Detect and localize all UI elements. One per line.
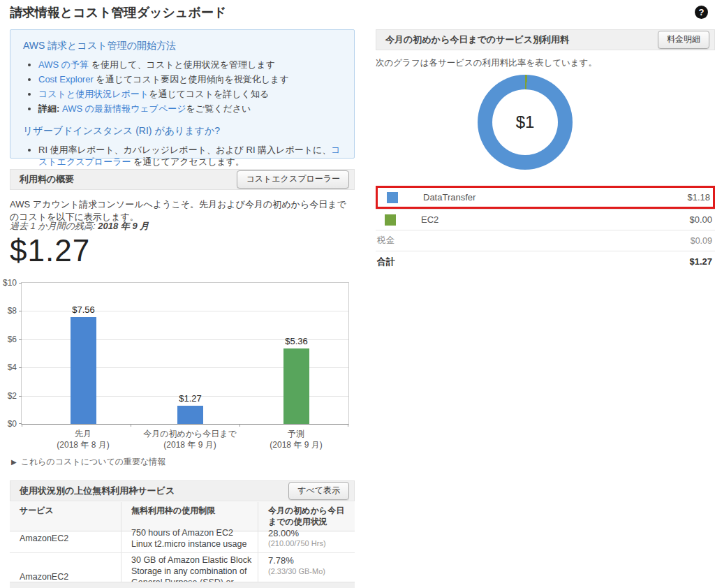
cost-explorer-link[interactable]: Cost Explorer (38, 74, 94, 84)
gridline (22, 311, 348, 311)
datatransfer-swatch-icon (387, 192, 398, 203)
bar-value-label: $7.56 (72, 304, 95, 315)
legend-value: $0.09 (691, 236, 712, 246)
balance-period-line: 過去 1 か月間の残高: 2018 年 9 月 (10, 220, 149, 233)
free-tier-title: 使用状況別の上位無料利用枠サービス (20, 485, 175, 497)
reserved-instances-heading: リザーブドインスタンス (RI) がありますか? (23, 125, 343, 138)
legend-row-datatransfer highlight-annotation: DataTransfer $1.18 (376, 186, 715, 209)
view-all-button[interactable]: すべて表示 (288, 482, 349, 500)
free-tier-header: 使用状況別の上位無料利用枠サービス すべて表示 (10, 480, 355, 501)
service-charges-legend: DataTransfer $1.18 EC2 $0.00 税金 $0.09 合計… (376, 186, 715, 272)
getting-started-panel: AWS 請求とコスト管理の開始方法 AWS の予算 を使用して、コストと使用状況… (10, 29, 355, 159)
bar-forecast: $5.36 (283, 348, 309, 424)
ec2-swatch-icon (385, 214, 396, 226)
bar-value-label: $5.36 (285, 336, 308, 346)
legend-label: 税金 (377, 235, 395, 247)
usage-detail: (2.33/30 GB-Mo) (268, 567, 349, 577)
budgets-link[interactable]: AWS の予算 (38, 59, 89, 70)
y-axis-tick-label: $6 (0, 335, 17, 344)
legend-label: 合計 (377, 256, 395, 268)
list-item: コストと使用状況レポートを通じてコストを詳しく知る (38, 88, 343, 100)
legend-value: $0.00 (689, 214, 712, 225)
month-to-date-amount: $1.27 (10, 233, 90, 268)
whats-new-link[interactable]: AWS の最新情報ウェブページ (62, 103, 186, 114)
service-charges-subtitle: 次のグラフは各サービスの利用料比率を表しています。 (376, 57, 597, 69)
y-axis-tick-label: $0 (0, 419, 17, 429)
free-tier-rows: AmazonEC2 750 hours of Amazon EC2 Linux … (10, 526, 355, 588)
list-item: 詳細: AWS の最新情報ウェブページをご覧ください (38, 103, 343, 115)
usage-summary-title: 利用料の概要 (20, 173, 74, 186)
page-title: 請求情報とコスト管理ダッシュボード (10, 4, 226, 21)
y-axis-tick-label: $2 (0, 391, 17, 401)
usage-detail: (210.00/750 Hrs) (268, 539, 349, 549)
legend-row-tax: 税金 $0.09 (376, 230, 715, 251)
usage-summary-header: 利用料の概要 コストエクスプローラー (10, 169, 355, 190)
list-item: RI 使用率レポート、カバレッジレポート、および RI 購入レポートに、コストエ… (38, 144, 343, 168)
cost-usage-report-link[interactable]: コストと使用状況レポート (38, 89, 149, 99)
bill-details-button[interactable]: 料金明細 (658, 31, 709, 49)
bar-value-label: $1.27 (179, 393, 202, 404)
legend-label: DataTransfer (423, 192, 476, 203)
y-axis-tick-label: $8 (0, 306, 17, 316)
cell-limit: 750 hours of Amazon EC2 Linux t2.micro i… (121, 526, 258, 552)
disclosure-triangle-icon: ▶ (11, 458, 17, 466)
service-charges-header: 今月の初めから今日までのサービス別利用料 料金明細 (376, 29, 715, 50)
list-item: AWS の予算 を使用して、コストと使用状況を管理します (38, 59, 343, 71)
donut-center-label: $1 (516, 112, 535, 132)
getting-started-list: AWS の予算 を使用して、コストと使用状況を管理します Cost Explor… (38, 59, 343, 115)
legend-label: EC2 (421, 214, 438, 225)
legend-row-ec2: EC2 $0.00 (376, 209, 715, 230)
y-axis-tick-label: $4 (0, 362, 17, 372)
legend-value: $1.18 (687, 192, 710, 203)
usage-percent: 7.78% (268, 555, 349, 566)
next-section-header-cutoff (10, 582, 355, 588)
usage-percent: 28.00% (268, 528, 349, 539)
reserved-instances-list: RI 使用率レポート、カバレッジレポート、および RI 購入レポートに、コストエ… (38, 144, 343, 168)
legend-row-total: 合計 $1.27 (376, 251, 715, 272)
x-axis-category-label: 予測 (2018 年 9 月) (233, 429, 359, 450)
help-icon[interactable]: ? (695, 6, 708, 19)
bar-month-to-date: $1.27 (177, 406, 203, 424)
table-row: AmazonEC2 750 hours of Amazon EC2 Linux … (10, 526, 355, 553)
cost-explorer-button[interactable]: コストエクスプローラー (237, 170, 349, 189)
balance-period: 2018 年 9 月 (98, 221, 149, 231)
legend-value: $1.27 (689, 256, 712, 267)
bar-last-month: $7.56 (71, 317, 96, 424)
getting-started-heading: AWS 請求とコスト管理の開始方法 (23, 40, 343, 52)
important-info-disclosure[interactable]: ▶これらのコストについての重要な情報 (11, 456, 165, 468)
bar-chart-plot-area: $10 $8 $6 $4 $2 $0 $7.56 $1.27 $5.36 先月 … (21, 282, 349, 425)
donut-hole: $1 (492, 89, 558, 155)
cell-usage: 28.00% (210.00/750 Hrs) (258, 526, 355, 552)
list-item: Cost Explorer を通じてコスト要因と使用傾向を視覚化します (38, 73, 343, 85)
service-charges-title: 今月の初めから今日までのサービス別利用料 (385, 34, 569, 46)
service-donut-chart: $1 (478, 75, 573, 170)
y-axis-tick-label: $10 (0, 278, 17, 288)
cell-service: AmazonEC2 (10, 526, 121, 552)
